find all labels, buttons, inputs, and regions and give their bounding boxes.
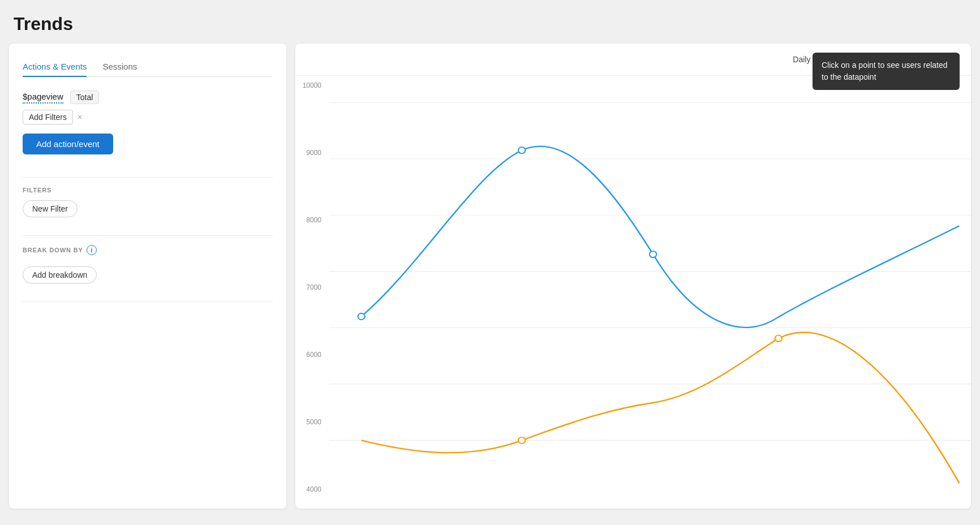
check-icon: ✓ — [951, 55, 957, 64]
left-panel: Actions & Events Sessions $pageview Tota… — [9, 44, 286, 509]
add-breakdown-pill[interactable]: Add breakdown — [23, 266, 97, 283]
y-label-6000: 6000 — [306, 351, 321, 359]
chart-toolbar: Daily ▾ i Line chart ▾ Last week ▾ ✓ — [295, 44, 971, 76]
filters-section-label: FILTERS — [23, 187, 273, 193]
line-chart-svg[interactable] — [329, 76, 971, 505]
page-title: Trends — [0, 0, 980, 44]
event-row: $pageview Total — [23, 91, 273, 104]
event-name[interactable]: $pageview — [23, 92, 63, 104]
divider-3 — [23, 302, 273, 302]
blue-dot-2 — [518, 147, 525, 153]
event-metric-badge[interactable]: Total — [70, 91, 100, 104]
y-label-10000: 10000 — [303, 81, 321, 89]
filter-tag-row: Add Filters × — [23, 110, 273, 124]
date-range-chevron-icon: ▾ — [936, 57, 939, 63]
y-label-8000: 8000 — [306, 216, 321, 224]
filter-tag[interactable]: Add Filters — [23, 110, 73, 124]
daily-chevron-icon: ▾ — [813, 57, 815, 63]
tabs-container: Actions & Events Sessions — [23, 57, 273, 77]
y-label-9000: 9000 — [306, 149, 321, 157]
info-button[interactable]: i — [824, 54, 836, 65]
orange-dot-2 — [775, 335, 782, 342]
divider-2 — [23, 235, 273, 236]
y-axis: 10000 9000 8000 7000 6000 5000 4000 — [298, 81, 326, 493]
blue-dot-3 — [650, 251, 656, 257]
breakdown-label-text: BREAK DOWN BY — [23, 247, 83, 253]
compare-checkbox[interactable]: ✓ — [948, 54, 960, 65]
orange-line-path — [362, 333, 960, 484]
blue-dot-1 — [358, 313, 365, 320]
breakdown-section: BREAK DOWN BY i — [23, 245, 273, 255]
blue-line-path — [362, 147, 960, 328]
add-action-button[interactable]: Add action/event — [23, 134, 113, 154]
orange-dot-1 — [518, 437, 525, 444]
close-filter-icon[interactable]: × — [78, 113, 82, 122]
right-panel: Daily ▾ i Line chart ▾ Last week ▾ ✓ Cli… — [295, 44, 971, 509]
new-filter-pill[interactable]: New Filter — [23, 200, 78, 217]
chart-area: 10000 9000 8000 7000 6000 5000 4000 — [295, 76, 971, 505]
tab-actions-events[interactable]: Actions & Events — [23, 57, 87, 77]
chart-type-chevron-icon: ▾ — [882, 57, 885, 63]
divider-1 — [23, 177, 273, 178]
y-label-7000: 7000 — [306, 283, 321, 291]
date-range-dropdown[interactable]: Last week ▾ — [894, 53, 944, 66]
y-label-4000: 4000 — [306, 485, 321, 493]
breakdown-info-icon[interactable]: i — [87, 245, 97, 255]
tab-sessions[interactable]: Sessions — [102, 57, 137, 77]
chart-type-dropdown[interactable]: Line chart ▾ — [840, 53, 889, 66]
y-label-5000: 5000 — [306, 418, 321, 426]
daily-dropdown[interactable]: Daily ▾ — [788, 53, 820, 66]
